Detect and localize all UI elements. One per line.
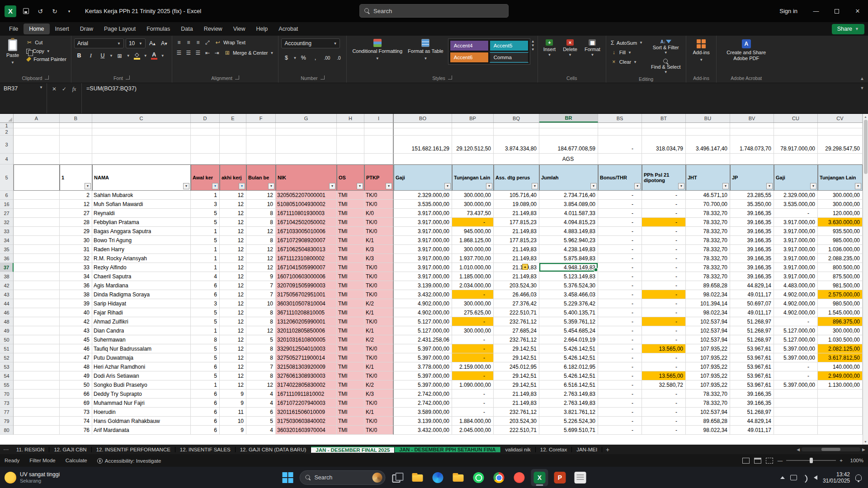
cell-CU55[interactable]: 5.397.000,00	[774, 380, 818, 389]
cell-BV73[interactable]: 39.166,35	[730, 399, 774, 408]
cell-CU80[interactable]	[774, 426, 818, 435]
cell-BS32[interactable]: -	[598, 218, 642, 227]
scroll-up-icon[interactable]: ▲	[864, 114, 867, 120]
cell-CU51[interactable]: 5.397.000,00	[774, 344, 818, 353]
cell-A16[interactable]	[14, 200, 60, 209]
cell-BT37[interactable]: -	[642, 263, 686, 272]
cell-BS38[interactable]: -	[598, 272, 642, 281]
status-accessibility[interactable]: Accessibility: Investigate	[97, 457, 161, 464]
cell-BP77[interactable]: -	[452, 408, 494, 417]
sheet-tab-12-insentif-sales[interactable]: 12. INSENTIF SALES	[175, 447, 236, 452]
cell-F1[interactable]	[246, 123, 276, 128]
cell-F79[interactable]: 5	[246, 417, 276, 426]
filter-button-BV[interactable]: ▾	[766, 183, 773, 189]
cell-BR51[interactable]: 5.426.142,51	[539, 344, 598, 353]
cell-BQ38[interactable]: 21.149,83	[494, 272, 539, 281]
cell-CU46[interactable]: 4.902.000,00	[774, 308, 818, 317]
cell-BU42[interactable]: 89.658,28	[686, 281, 730, 290]
column-header-BR[interactable]: BR	[539, 114, 598, 122]
cell-BS37[interactable]: -	[598, 263, 642, 272]
cell-F42[interactable]: 7	[246, 281, 276, 290]
cell-D35[interactable]: 1	[191, 245, 220, 254]
cell-BQ46[interactable]: 222.510,71	[494, 308, 539, 317]
cell-BR46[interactable]: 5.400.135,71	[539, 308, 598, 317]
column-header-G[interactable]: G	[276, 114, 337, 122]
find-select-button[interactable]: Find & Select▼	[648, 58, 683, 76]
cell-BR50[interactable]: 2.664.019,19	[539, 335, 598, 344]
cell-A33[interactable]	[14, 227, 60, 236]
cell-E1[interactable]	[220, 123, 246, 128]
cell-BV77[interactable]: 51.268,97	[730, 408, 774, 417]
cell-C5[interactable]: NAMA▾	[92, 164, 191, 191]
cell-BR32[interactable]: 4.094.815,23	[539, 218, 598, 227]
cast-icon[interactable]	[790, 475, 797, 480]
cell-F54[interactable]: 8	[246, 371, 276, 380]
create-share-adobe-pdf-button[interactable]: A Create and Share Adobe PDF	[719, 38, 774, 63]
cell-G37[interactable]: 1671041505990007	[276, 263, 337, 272]
cell-BP5[interactable]: Tunjangan Lain▾	[452, 164, 494, 191]
cell-I52[interactable]: TK/0	[364, 353, 394, 362]
cell-BT80[interactable]: -	[642, 426, 686, 435]
cell-I44[interactable]: K/2	[364, 299, 394, 308]
cell-BQ70[interactable]: 21.149,83	[494, 389, 539, 399]
cell-A77[interactable]	[14, 408, 60, 417]
cell-BR34[interactable]: 5.962.940,23	[539, 236, 598, 245]
cell-warning-icon[interactable]	[522, 264, 528, 270]
row-header-32[interactable]: 32	[0, 218, 14, 227]
cell-BT16[interactable]: -	[642, 200, 686, 209]
cell-BQ37[interactable]: 21.149,83	[494, 263, 539, 272]
cell-G33[interactable]: 1671033005010006	[276, 227, 337, 236]
cell-A50[interactable]	[14, 335, 60, 344]
cell-BS70[interactable]: -	[598, 389, 642, 399]
cell-BS55[interactable]: -	[598, 380, 642, 389]
filter-button-BO[interactable]: ▾	[444, 183, 451, 189]
cell-CU73[interactable]	[774, 399, 818, 408]
cell-BO4[interactable]	[394, 154, 452, 164]
cell-BO51[interactable]: 5.397.000,00	[394, 344, 452, 353]
cell-BT77[interactable]: -	[642, 408, 686, 417]
cell-C73[interactable]: Muhammad Nur Fajri	[92, 399, 191, 408]
cell-BP80[interactable]: 2.045.000,00	[452, 426, 494, 435]
cell-BP6[interactable]: 300.000,00	[452, 191, 494, 200]
cell-H48[interactable]: TMI	[337, 317, 364, 326]
autosum-button[interactable]: ΣAutoSum▼	[609, 38, 645, 47]
cell-BP49[interactable]: 300.000,00	[452, 326, 494, 335]
cell-BQ4[interactable]	[494, 154, 539, 164]
red-app-icon[interactable]	[511, 469, 528, 486]
cell-BV44[interactable]: 50.697,07	[730, 299, 774, 308]
cell-BV70[interactable]: 39.166,35	[730, 389, 774, 399]
cell-BP53[interactable]: 2.159.000,00	[452, 362, 494, 371]
cell-BP48[interactable]: -	[452, 317, 494, 326]
cell-BQ44[interactable]: 27.376,42	[494, 299, 539, 308]
cancel-entry-button[interactable]: ✕	[50, 84, 59, 94]
format-painter-button[interactable]: Format Painter	[24, 56, 68, 63]
cell-A79[interactable]	[14, 417, 60, 426]
cell-BV37[interactable]: 39.166,35	[730, 263, 774, 272]
row-header-79[interactable]: 79	[0, 417, 14, 426]
cell-BP79[interactable]: 1.884.000,00	[452, 417, 494, 426]
cell-F44[interactable]: 10	[246, 299, 276, 308]
cell-H2[interactable]	[337, 128, 364, 136]
cell-CV52[interactable]: 3.617.812,50	[818, 353, 863, 362]
row-header-3[interactable]: 3	[0, 136, 14, 154]
cell-G80[interactable]: 3603201603970004	[276, 426, 337, 435]
column-header-F[interactable]: F	[246, 114, 276, 122]
cell-B54[interactable]: 49	[60, 371, 92, 380]
cell-BS27[interactable]: -	[598, 209, 642, 218]
cell-BR73[interactable]: 2.763.149,83	[539, 399, 598, 408]
cell-H53[interactable]: TMI	[337, 362, 364, 371]
filter-button-CU[interactable]: ▾	[810, 183, 816, 189]
cell-I34[interactable]: K/1	[364, 236, 394, 245]
cell-BU54[interactable]: 107.935,22	[686, 371, 730, 380]
filter-button-BT[interactable]: ▾	[678, 183, 684, 189]
cell-CU43[interactable]: 4.902.000,00	[774, 290, 818, 299]
cell-A52[interactable]	[14, 353, 60, 362]
cell-B50[interactable]: 45	[60, 335, 92, 344]
cell-E54[interactable]: 12	[220, 371, 246, 380]
decrease-indent-button[interactable]: ⇤	[203, 49, 212, 57]
cell-BT42[interactable]: -	[642, 281, 686, 290]
cell-I46[interactable]: K/1	[364, 308, 394, 317]
cell-BV43[interactable]: 49.011,17	[730, 290, 774, 299]
cell-BO48[interactable]: 5.127.000,00	[394, 317, 452, 326]
cell-BQ53[interactable]: 245.012,95	[494, 362, 539, 371]
